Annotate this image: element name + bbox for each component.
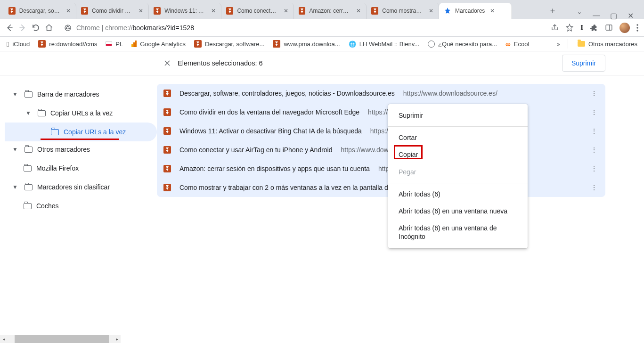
minimize-button[interactable]: — bbox=[593, 12, 600, 19]
bookmark-more-icon[interactable]: ⋮ bbox=[589, 90, 599, 97]
reading-mode-icon[interactable]: I bbox=[580, 24, 583, 32]
bookbar-item[interactable]: PL bbox=[104, 41, 125, 48]
bookmark-title: Windows 11: Activar o desactivar Bing Ch… bbox=[179, 127, 362, 135]
menu-item[interactable]: Abrir todas (6) bbox=[388, 186, 528, 203]
browser-tab[interactable]: Como conectar y✕ bbox=[221, 3, 294, 19]
clear-selection-button[interactable] bbox=[157, 59, 178, 67]
sidepanel-icon[interactable] bbox=[605, 24, 613, 32]
menu-item[interactable]: Copiar bbox=[388, 146, 528, 163]
bookmark-title: Descargar, software, controladores, jueg… bbox=[179, 90, 395, 97]
bookmark-more-icon[interactable]: ⋮ bbox=[589, 127, 599, 135]
tab-close-icon[interactable]: ✕ bbox=[282, 7, 290, 15]
folder-icon bbox=[24, 91, 33, 98]
tree-folder[interactable]: ▼Barra de marcadores bbox=[5, 85, 157, 104]
tab-label: Como conectar y bbox=[237, 8, 278, 14]
menu-item[interactable]: Abrir todas (6) en una ventana nueva bbox=[388, 203, 528, 220]
bookmark-row[interactable]: Como mostrar y trabajar con 2 o más vent… bbox=[157, 178, 605, 197]
bookbar-item[interactable]: www.pma.downloa... bbox=[271, 40, 342, 48]
bookmark-more-icon[interactable]: ⋮ bbox=[589, 108, 599, 116]
bookmark-list: Descargar, software, controladores, jueg… bbox=[157, 84, 605, 197]
bookbar-item-label: iCloud bbox=[12, 41, 30, 48]
tree-folder[interactable]: ▼Copiar URLs a la vez bbox=[5, 104, 157, 122]
browser-tab[interactable]: Windows 11: Acti✕ bbox=[149, 3, 221, 19]
close-icon bbox=[163, 59, 171, 67]
chevron-down-icon[interactable]: ▼ bbox=[10, 91, 20, 98]
tab-close-icon[interactable]: ✕ bbox=[137, 7, 145, 15]
browser-tab[interactable]: Marcadores✕ bbox=[439, 3, 512, 19]
tab-close-icon[interactable]: ✕ bbox=[489, 7, 496, 15]
profile-avatar[interactable] bbox=[620, 23, 630, 33]
suppress-button[interactable]: Suprimir bbox=[562, 55, 605, 72]
maximize-button[interactable]: ▢ bbox=[610, 12, 617, 19]
folder-icon bbox=[24, 184, 33, 190]
reload-button[interactable] bbox=[29, 21, 42, 34]
menu-item[interactable]: Suprimir bbox=[388, 107, 528, 124]
kebab-menu-icon[interactable] bbox=[636, 24, 638, 32]
extensions-icon[interactable] bbox=[590, 24, 598, 32]
back-button[interactable] bbox=[3, 21, 16, 34]
scroll-left-icon[interactable]: ◂ bbox=[0, 336, 8, 342]
bookbar-item[interactable]: 🌐LH WebMail :: Bienv... bbox=[347, 41, 421, 48]
analytics-icon bbox=[131, 41, 137, 47]
bookbar-overflow-icon[interactable]: » bbox=[557, 41, 560, 48]
other-bookmarks-label: Otros marcadores bbox=[588, 41, 637, 48]
scroll-thumb[interactable] bbox=[15, 335, 109, 343]
bookmark-more-icon[interactable]: ⋮ bbox=[589, 165, 599, 172]
browser-tab[interactable]: Amazon: cerrar se✕ bbox=[294, 3, 367, 19]
chevron-down-icon[interactable]: ▼ bbox=[10, 184, 20, 190]
tab-label: Amazon: cerrar se bbox=[309, 8, 351, 14]
bookbar-item[interactable]: Descargar, software... bbox=[192, 40, 266, 48]
browser-tab[interactable]: Como dividir en d✕ bbox=[76, 3, 149, 19]
close-window-button[interactable]: ✕ bbox=[627, 12, 634, 19]
site-favicon bbox=[8, 7, 16, 15]
horizontal-scrollbar[interactable]: ◂ ▸ bbox=[0, 335, 121, 343]
address-text: Chrome | chrome://bookmarks/?id=1528 bbox=[76, 24, 194, 32]
tab-close-icon[interactable]: ✕ bbox=[355, 7, 362, 15]
tree-folder[interactable]: ▼Otros marcadores bbox=[5, 140, 157, 159]
tab-close-icon[interactable]: ✕ bbox=[427, 7, 435, 15]
share-icon[interactable] bbox=[551, 24, 559, 32]
bookbar-item-label: Descargar, software... bbox=[205, 41, 264, 48]
tree-folder[interactable]: ▼Marcadores sin clasificar bbox=[5, 178, 157, 196]
star-icon[interactable] bbox=[565, 24, 574, 32]
scroll-right-icon[interactable]: ▸ bbox=[113, 336, 121, 342]
bookbar-item-label: www.pma.downloa... bbox=[284, 41, 340, 48]
menu-item[interactable]: Cortar bbox=[388, 129, 528, 146]
browser-tab[interactable]: Como mostrar y t✕ bbox=[367, 3, 439, 19]
omnibox[interactable]: Chrome | chrome://bookmarks/?id=1528 bbox=[59, 21, 544, 34]
site-favicon bbox=[371, 7, 378, 15]
site-favicon bbox=[38, 40, 46, 48]
other-bookmarks-button[interactable]: Otros marcadores bbox=[576, 41, 639, 48]
bookmark-row[interactable]: Amazon: cerrar sesión en dispositivos y … bbox=[157, 159, 605, 178]
folder-icon bbox=[578, 41, 585, 47]
new-tab-button[interactable] bbox=[546, 4, 559, 17]
bookbar-item[interactable]: re:download//cms bbox=[36, 40, 99, 48]
bookbar-item[interactable]: ∞Ecool bbox=[504, 40, 531, 48]
tree-folder[interactable]: Mozilla Firefox bbox=[5, 159, 157, 178]
bookbar-item[interactable]: Google Analytics bbox=[130, 41, 187, 48]
site-favicon bbox=[163, 108, 171, 116]
menu-item[interactable]: Abrir todas (6) en una ventana de Incógn… bbox=[388, 220, 528, 245]
chevron-down-icon[interactable]: ▼ bbox=[24, 110, 33, 116]
selection-bar: Elementos seleccionados: 6 Suprimir bbox=[0, 51, 644, 75]
bookmark-more-icon[interactable]: ⋮ bbox=[589, 184, 599, 191]
tab-close-icon[interactable]: ✕ bbox=[210, 7, 217, 15]
folder-icon bbox=[24, 165, 32, 172]
forward-button[interactable] bbox=[16, 21, 29, 34]
bookmark-url: https://www.downl bbox=[341, 146, 394, 154]
bookmark-row[interactable]: Descargar, software, controladores, jueg… bbox=[157, 84, 605, 103]
bookmark-row[interactable]: Como dividir en dos la ventana del naveg… bbox=[157, 103, 605, 122]
bookbar-item[interactable]: ¿Qué necesito para... bbox=[426, 41, 499, 48]
bookmark-more-icon[interactable]: ⋮ bbox=[589, 146, 599, 154]
bookmark-row[interactable]: Windows 11: Activar o desactivar Bing Ch… bbox=[157, 122, 605, 140]
caret-down-icon[interactable]: ˅ bbox=[576, 12, 583, 19]
chevron-down-icon[interactable]: ▼ bbox=[10, 146, 20, 153]
browser-tab[interactable]: Descargar, softwa✕ bbox=[4, 3, 76, 19]
site-favicon bbox=[226, 7, 233, 15]
tree-folder[interactable]: Coches bbox=[5, 196, 157, 215]
bookmark-row[interactable]: Como conectar y usar AirTag en tu iPhone… bbox=[157, 140, 605, 159]
home-button[interactable] bbox=[42, 21, 56, 34]
bookbar-item[interactable]: iCloud bbox=[5, 40, 32, 48]
tab-close-icon[interactable]: ✕ bbox=[65, 7, 72, 15]
scroll-track[interactable] bbox=[8, 335, 113, 343]
